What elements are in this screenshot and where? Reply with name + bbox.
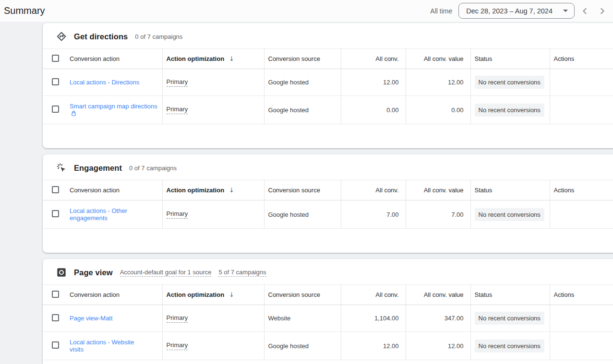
column-header-conversion-source[interactable]: Conversion source bbox=[264, 49, 341, 69]
table-header-row: Conversion action Action optimization↓ C… bbox=[43, 49, 613, 69]
page-view-eye-icon bbox=[56, 267, 67, 278]
column-header-conversion-action[interactable]: Conversion action bbox=[66, 180, 162, 200]
column-header-status[interactable]: Status bbox=[470, 49, 550, 69]
card-title: Page view bbox=[74, 268, 113, 277]
card-get-directions-header: Get directions 0 of 7 campaigns bbox=[43, 23, 613, 48]
column-header-all-conv-value[interactable]: All conv. value bbox=[406, 180, 470, 200]
select-all-cell bbox=[43, 285, 66, 305]
conversion-action-link[interactable]: Smart campaign map directions bbox=[70, 103, 157, 117]
all-conv-value-cell: 347.00 bbox=[406, 305, 470, 332]
action-optimization-value[interactable]: Primary bbox=[167, 314, 188, 323]
card-title: Get directions bbox=[74, 32, 128, 41]
conversion-table: Conversion action Action optimization↓ C… bbox=[43, 284, 613, 360]
action-optimization-value[interactable]: Primary bbox=[167, 341, 188, 350]
status-cell: No recent conversions bbox=[470, 69, 550, 96]
status-badge: No recent conversions bbox=[475, 312, 544, 325]
card-title: Engagement bbox=[74, 164, 122, 173]
card-page-view-header: Page view Account-default goal for 1 sou… bbox=[43, 259, 613, 284]
row-checkbox[interactable] bbox=[52, 210, 59, 217]
lock-icon bbox=[71, 110, 76, 117]
status-cell: No recent conversions bbox=[470, 332, 550, 360]
column-header-action-optimization[interactable]: Action optimization↓ bbox=[162, 49, 264, 69]
conversion-action-link[interactable]: Local actions - Directions bbox=[70, 79, 139, 86]
column-header-status[interactable]: Status bbox=[470, 180, 550, 200]
all-conv-value-cell: 7.00 bbox=[406, 200, 470, 229]
column-header-actions: Actions bbox=[550, 285, 613, 305]
conversion-source-cell: Google hosted bbox=[264, 96, 341, 124]
column-header-action-optimization[interactable]: Action optimization↓ bbox=[162, 285, 264, 305]
row-checkbox[interactable] bbox=[52, 106, 59, 113]
column-header-conversion-action[interactable]: Conversion action bbox=[66, 49, 162, 69]
action-optimization-cell: Primary bbox=[162, 305, 264, 332]
actions-cell bbox=[550, 200, 613, 229]
action-optimization-cell: Primary bbox=[162, 332, 264, 360]
action-optimization-value[interactable]: Primary bbox=[167, 106, 188, 114]
status-cell: No recent conversions bbox=[470, 305, 550, 332]
table-row: Smart campaign map directions Primary Go… bbox=[43, 96, 613, 124]
all-conv-value-cell: 12.00 bbox=[406, 69, 470, 96]
table-header-row: Conversion action Action optimization↓ C… bbox=[43, 180, 613, 200]
engagement-click-icon bbox=[56, 163, 67, 173]
column-header-actions: Actions bbox=[550, 49, 613, 69]
select-all-checkbox[interactable] bbox=[52, 291, 59, 298]
column-header-all-conv[interactable]: All conv. bbox=[341, 285, 406, 305]
next-period-button[interactable] bbox=[596, 5, 608, 17]
campaigns-count: 0 of 7 campaigns bbox=[135, 33, 182, 40]
action-optimization-value[interactable]: Primary bbox=[167, 78, 188, 87]
action-optimization-value[interactable]: Primary bbox=[167, 210, 188, 219]
column-header-all-conv[interactable]: All conv. bbox=[341, 49, 406, 69]
sort-descending-icon: ↓ bbox=[229, 187, 234, 194]
conversion-action-link[interactable]: Local actions - Other engagements bbox=[70, 207, 149, 222]
all-conv-value-cell: 12.00 bbox=[406, 332, 470, 360]
status-badge: No recent conversions bbox=[475, 208, 544, 221]
column-header-conversion-source[interactable]: Conversion source bbox=[264, 180, 341, 200]
conversion-source-cell: Google hosted bbox=[264, 69, 341, 96]
date-range-picker-button[interactable]: Dec 28, 2023 – Aug 7, 2024 bbox=[458, 3, 575, 19]
date-controls: All time Dec 28, 2023 – Aug 7, 2024 bbox=[430, 3, 608, 19]
table-row: Local actions - Website visits Primary G… bbox=[43, 332, 613, 360]
status-badge: No recent conversions bbox=[475, 76, 544, 89]
row-checkbox[interactable] bbox=[52, 78, 59, 85]
column-header-all-conv[interactable]: All conv. bbox=[341, 180, 406, 200]
actions-cell bbox=[550, 96, 613, 124]
status-badge: No recent conversions bbox=[475, 104, 544, 117]
previous-period-button[interactable] bbox=[579, 5, 591, 17]
row-checkbox[interactable] bbox=[52, 314, 59, 321]
row-checkbox[interactable] bbox=[52, 341, 59, 349]
sort-descending-icon: ↓ bbox=[229, 291, 234, 298]
conversion-action-cell: Page view-Matt bbox=[66, 305, 162, 332]
column-header-action-optimization[interactable]: Action optimization↓ bbox=[162, 180, 264, 200]
select-all-cell bbox=[43, 180, 66, 200]
conversion-action-link[interactable]: Local actions - Website visits bbox=[70, 339, 149, 353]
date-range-value: Dec 28, 2023 – Aug 7, 2024 bbox=[466, 7, 553, 15]
row-select-cell bbox=[43, 96, 66, 124]
column-header-status[interactable]: Status bbox=[470, 285, 550, 305]
column-header-conversion-source[interactable]: Conversion source bbox=[264, 285, 341, 305]
select-all-checkbox[interactable] bbox=[52, 55, 59, 62]
conversion-action-link[interactable]: Page view-Matt bbox=[70, 315, 113, 322]
select-all-checkbox[interactable] bbox=[52, 186, 59, 193]
campaigns-count: 0 of 7 campaigns bbox=[129, 164, 177, 172]
select-all-cell bbox=[43, 49, 66, 69]
all-conv-cell: 7.00 bbox=[341, 200, 406, 229]
conversion-table: Conversion action Action optimization↓ C… bbox=[43, 180, 613, 229]
row-select-cell bbox=[43, 69, 66, 96]
row-select-cell bbox=[43, 305, 66, 332]
all-conv-cell: 12.00 bbox=[341, 69, 406, 96]
all-conv-cell: 1,104.00 bbox=[341, 305, 406, 332]
account-default-goal-link[interactable]: Account-default goal for 1 source bbox=[120, 269, 212, 277]
conversion-action-cell: Local actions - Other engagements bbox=[66, 200, 162, 229]
conversion-source-cell: Website bbox=[264, 305, 341, 332]
conversion-source-cell: Google hosted bbox=[264, 200, 341, 229]
column-header-conversion-action[interactable]: Conversion action bbox=[66, 285, 162, 305]
actions-cell bbox=[550, 69, 613, 96]
table-header-row: Conversion action Action optimization↓ C… bbox=[43, 285, 613, 305]
column-header-all-conv-value[interactable]: All conv. value bbox=[406, 49, 470, 69]
top-bar: Summary All time Dec 28, 2023 – Aug 7, 2… bbox=[0, 0, 613, 22]
conversion-action-cell: Local actions - Directions bbox=[66, 69, 162, 96]
campaigns-count-link[interactable]: 5 of 7 campaigns bbox=[218, 269, 266, 277]
action-optimization-cell: Primary bbox=[162, 96, 264, 124]
all-conv-cell: 12.00 bbox=[341, 332, 406, 360]
column-header-all-conv-value[interactable]: All conv. value bbox=[406, 285, 470, 305]
summary-content: Get directions 0 of 7 campaigns Conversi… bbox=[0, 22, 613, 364]
